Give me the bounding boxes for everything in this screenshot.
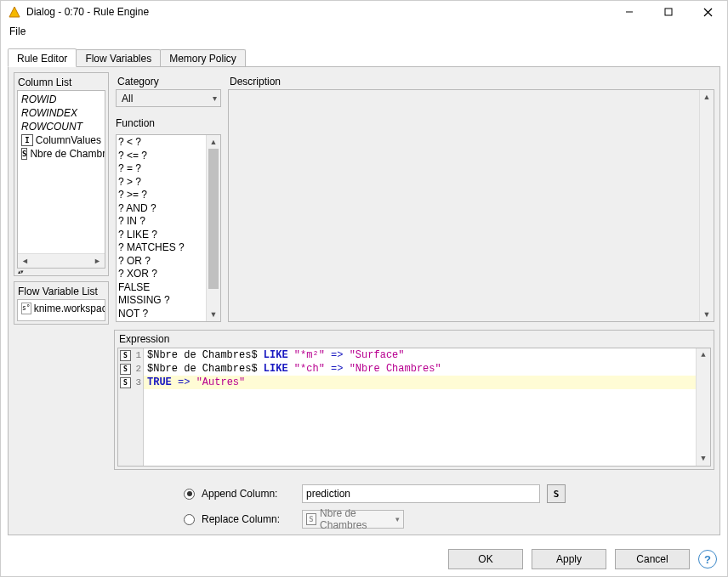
column-list-hscroll[interactable]: ◄ ► [18,253,105,268]
category-label: Category [114,72,223,89]
replace-radio[interactable] [184,514,195,525]
column-list-item[interactable]: SNbre de Chambres [20,147,103,161]
column-list-item[interactable]: ROWINDEX [20,106,103,120]
line-number: 2 [133,364,141,374]
function-list[interactable]: ? < ?? <= ?? = ?? > ?? >= ?? AND ?? IN ?… [116,134,221,322]
expression-line[interactable]: $Nbre de Chambres$ LIKE "*ch" => "Nbre C… [144,362,696,376]
function-item[interactable]: ? MATCHES ? [118,241,204,255]
chevron-down-icon: ▾ [395,515,400,523]
scroll-left-icon[interactable]: ◄ [19,255,31,268]
menubar: File [1,23,727,39]
maximize-button[interactable] [649,1,688,23]
description-label: Description [228,72,714,89]
function-item[interactable]: ? < ? [118,136,204,150]
gutter-line: S1 [118,348,143,362]
expression-title: Expression [117,333,711,348]
column-list-item-label: Nbre de Chambres [30,147,105,161]
column-list-item-label: ROWCOUNT [21,120,82,133]
minimize-button[interactable] [610,1,649,23]
tab-rule-editor[interactable]: Rule Editor [8,48,77,67]
category-section: Category All ▾ [114,72,223,110]
help-button[interactable]: ? [698,550,717,569]
append-type-button[interactable]: S [547,484,566,503]
string-type-icon: S [120,377,131,388]
column-list[interactable]: ROWIDROWINDEXROWCOUNTIColumnValuesSNbre … [17,90,105,269]
tab-memory-policy[interactable]: Memory Policy [160,49,246,66]
gutter-line: S3 [118,376,143,389]
category-selected: All [122,93,133,105]
function-item[interactable]: ? > ? [118,176,204,190]
append-radio[interactable] [184,489,195,500]
column-list-panel: Column List ROWIDROWINDEXROWCOUNTIColumn… [14,72,109,276]
expression-panel: Expression S1S2S3 $Nbre de Chambres$ LIK… [114,330,714,470]
scroll-up-icon[interactable]: ▲ [697,348,710,362]
column-list-title: Column List [14,73,108,90]
close-button[interactable] [688,1,727,23]
scroll-up-icon[interactable]: ▲ [700,90,714,104]
line-number: 1 [133,350,141,360]
svg-rect-2 [665,8,672,15]
function-item[interactable]: ? LIKE ? [118,229,204,242]
expression-line[interactable]: $Nbre de Chambres$ LIKE "*m²" => "Surfac… [144,348,696,362]
string-type-icon: S [21,148,27,160]
function-vscroll[interactable]: ▲ ▼ [206,135,220,321]
function-item[interactable]: ? XOR ? [118,268,204,281]
scroll-right-icon[interactable]: ► [91,255,104,268]
column-list-item-label: ROWID [21,93,56,106]
replace-column-combo[interactable]: S Nbre de Chambres ▾ [302,510,404,529]
column-list-item-label: ROWINDEX [21,106,77,120]
scroll-up-icon[interactable]: ▲ [207,135,220,149]
column-list-item[interactable]: IColumnValues [20,133,103,147]
apply-button[interactable]: Apply [532,549,606,569]
function-item[interactable]: MISSING ? [118,294,204,308]
string-type-icon: S [120,364,131,375]
window-title: Dialog - 0:70 - Rule Engine [26,6,149,18]
column-list-item[interactable]: ROWCOUNT [20,120,103,133]
expression-editor[interactable]: S1S2S3 $Nbre de Chambres$ LIKE "*m²" => … [117,348,711,467]
flow-variable-title: Flow Variable List [14,282,108,299]
split-handle-icon[interactable]: ▴▾ [18,269,108,275]
column-list-item[interactable]: ROWID [20,93,103,106]
expression-line[interactable]: TRUE => "Autres" [144,376,696,389]
function-item[interactable]: ? OR ? [118,255,204,269]
function-item[interactable]: ? IN ? [118,215,204,229]
tabs: Rule Editor Flow Variables Memory Policy [8,48,720,66]
replace-label: Replace Column: [202,513,295,525]
svg-marker-0 [9,7,20,17]
category-select[interactable]: All ▾ [116,89,221,107]
flow-variable-label: knime.workspace [34,302,105,315]
tab-flow-variables[interactable]: Flow Variables [76,49,161,66]
description-vscroll[interactable]: ▲ ▼ [699,90,714,321]
flow-variable-list[interactable]: s°knime.workspace [17,299,105,321]
scroll-down-icon[interactable]: ▼ [700,308,714,321]
function-item[interactable]: ? <= ? [118,150,204,163]
flow-variable-item[interactable]: s°knime.workspace [20,302,103,315]
append-column-input[interactable]: prediction [302,484,540,503]
tab-panel-rule-editor: Column List ROWIDROWINDEXROWCOUNTIColumn… [8,66,720,535]
function-label: Function [114,114,223,131]
description-box: ▲ ▼ [228,89,714,322]
function-item[interactable]: ? AND ? [118,202,204,216]
menu-file[interactable]: File [4,24,31,39]
titlebar: Dialog - 0:70 - Rule Engine [1,1,727,23]
function-item[interactable]: ? >= ? [118,189,204,202]
flow-variable-icon: s° [21,303,31,314]
ok-button[interactable]: OK [448,549,523,569]
scroll-down-icon[interactable]: ▼ [207,308,220,321]
output-column-choice: Append Column: prediction S Replace Colu… [14,484,714,529]
editor-vscroll[interactable]: ▲ ▼ [696,348,710,466]
append-label: Append Column: [202,488,295,500]
dialog-button-bar: OK Apply Cancel ? [1,542,727,576]
function-item[interactable]: NOT ? [118,308,204,321]
cancel-button[interactable]: Cancel [615,549,690,569]
flow-variable-panel: Flow Variable List s°knime.workspace [14,281,109,325]
chevron-down-icon: ▾ [213,93,217,103]
app-icon [8,5,21,19]
column-list-item-label: ColumnValues [36,133,101,147]
function-item[interactable]: FALSE [118,281,204,295]
function-item[interactable]: ? = ? [118,162,204,176]
string-type-icon: S [306,513,316,525]
int-type-icon: I [21,134,33,146]
editor-gutter: S1S2S3 [118,348,144,466]
scroll-down-icon[interactable]: ▼ [697,452,710,466]
